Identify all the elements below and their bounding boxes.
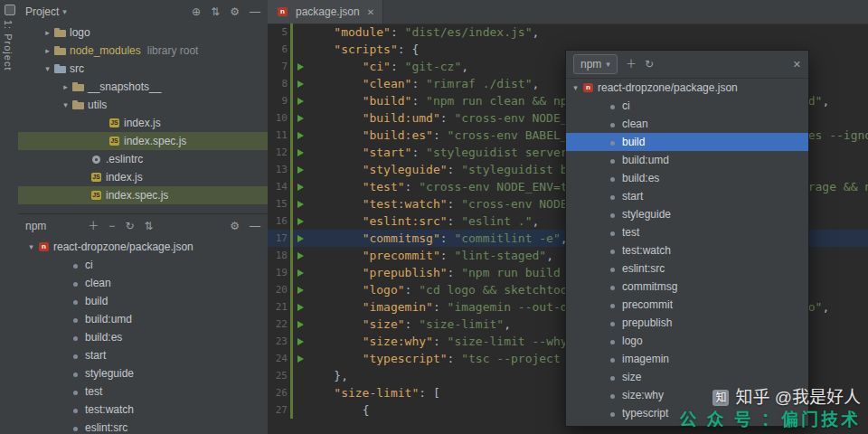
npm-script-eslint:src[interactable]: eslint:src <box>18 419 268 434</box>
npm-script-imagemin[interactable]: imagemin <box>566 350 808 368</box>
tree-collapse-icon[interactable]: ▾ <box>42 64 53 73</box>
project-item[interactable]: index.spec.js <box>18 132 268 150</box>
npm-script-start[interactable]: start <box>18 346 268 364</box>
npm-script-build:es[interactable]: build:es <box>18 328 268 346</box>
npm-script-start[interactable]: start <box>566 187 808 205</box>
item-label: __snapshots__ <box>88 80 161 93</box>
gear-icon[interactable]: ⚙ <box>230 6 240 17</box>
run-script-icon[interactable] <box>295 144 306 161</box>
gear-icon[interactable]: ⚙ <box>230 221 240 231</box>
sort-icon[interactable]: ⇅ <box>144 221 153 231</box>
plus-icon[interactable]: ＋ <box>88 221 99 231</box>
tree-collapse-icon[interactable]: ▾ <box>60 100 71 109</box>
hide-panel-icon[interactable]: — <box>250 6 260 17</box>
npm-script-size[interactable]: size <box>566 368 808 386</box>
close-popup-icon[interactable]: ✕ <box>793 59 801 71</box>
cfg-icon <box>90 152 104 166</box>
editor-line-5[interactable]: 5 "module": "dist/es/index.js", <box>268 24 868 41</box>
project-panel-title[interactable]: Project ▾ <box>25 5 67 18</box>
npm-script-clean[interactable]: clean <box>566 115 808 133</box>
vcs-change-marker <box>290 92 293 109</box>
run-script-icon[interactable] <box>295 333 306 350</box>
tree-collapse-icon[interactable]: ▾ <box>570 83 581 92</box>
npm-root-item[interactable]: ▾react-dropzone/package.json <box>18 238 268 256</box>
npm-script-clean[interactable]: clean <box>18 274 268 292</box>
npm-script-prepublish[interactable]: prepublish <box>566 314 808 332</box>
run-script-icon[interactable] <box>295 230 306 247</box>
line-number: 23 <box>268 335 290 347</box>
run-script-icon[interactable] <box>295 109 306 127</box>
project-stripe-label[interactable]: 1: Project <box>3 20 14 71</box>
project-item[interactable]: ▸logo <box>18 24 268 42</box>
run-script-icon[interactable] <box>295 195 306 212</box>
npm-script-build:umd[interactable]: build:umd <box>18 310 268 328</box>
project-item[interactable]: ▸__snapshots__ <box>18 78 268 96</box>
run-script-icon[interactable] <box>295 247 306 264</box>
run-script-icon[interactable] <box>295 316 306 333</box>
run-script-icon[interactable] <box>295 281 306 298</box>
refresh-icon[interactable]: ↻ <box>645 59 654 70</box>
hide-panel-icon[interactable]: — <box>250 221 260 231</box>
npm-script-build:umd[interactable]: build:umd <box>566 151 808 169</box>
npm-script-logo[interactable]: logo <box>566 332 808 350</box>
project-item[interactable]: ▸node_moduleslibrary root <box>18 42 268 60</box>
run-script-icon[interactable] <box>295 92 306 109</box>
line-number: 12 <box>268 146 290 158</box>
line-number: 9 <box>268 95 290 107</box>
vcs-change-marker <box>290 384 293 401</box>
npm-script-precommit[interactable]: precommit <box>566 296 808 314</box>
line-number: 11 <box>268 129 290 141</box>
tree-expand-icon[interactable]: ▸ <box>42 28 53 37</box>
run-config-select[interactable]: npm ▾ <box>573 54 618 74</box>
script-label: size <box>622 371 641 383</box>
item-suffix: library root <box>147 44 199 57</box>
run-script-icon[interactable] <box>295 264 306 281</box>
run-script-icon[interactable] <box>295 178 306 195</box>
npm-root-item[interactable]: ▾react-dropzone/package.json <box>566 79 808 97</box>
tree-expand-icon[interactable]: ▸ <box>42 46 53 55</box>
npm-script-styleguide[interactable]: styleguide <box>18 364 268 382</box>
npm-script-test:watch[interactable]: test:watch <box>18 401 268 419</box>
script-icon <box>606 189 620 203</box>
script-label: ci <box>622 99 630 112</box>
minus-icon[interactable]: − <box>108 221 115 231</box>
script-icon <box>69 366 83 381</box>
npm-script-styleguide[interactable]: styleguide <box>566 205 808 223</box>
npm-script-commitmsg[interactable]: commitmsg <box>566 278 808 296</box>
npm-script-eslint:src[interactable]: eslint:src <box>566 259 808 278</box>
plus-icon[interactable]: ＋ <box>626 59 637 70</box>
close-tab-icon[interactable]: ✕ <box>367 7 374 17</box>
tree-expand-icon[interactable]: ▸ <box>60 82 71 91</box>
run-script-icon[interactable] <box>295 350 306 367</box>
code-text: "module": "dist/es/index.js", <box>306 25 539 39</box>
tab-package-json[interactable]: package.json ✕ <box>268 0 383 24</box>
run-script-icon[interactable] <box>295 161 306 178</box>
npm-script-build:es[interactable]: build:es <box>566 169 808 187</box>
project-item[interactable]: ▾utils <box>18 96 268 114</box>
project-item[interactable]: index.js <box>18 114 268 132</box>
npm-script-ci[interactable]: ci <box>566 97 808 115</box>
project-item[interactable]: .eslintrc <box>18 150 268 168</box>
npm-script-ci[interactable]: ci <box>18 256 268 274</box>
run-script-icon[interactable] <box>295 58 306 75</box>
run-script-icon[interactable] <box>295 212 306 230</box>
run-script-icon[interactable] <box>295 75 306 92</box>
js-icon <box>108 116 122 130</box>
locate-file-icon[interactable]: ⊕ <box>192 6 201 17</box>
npm-script-build[interactable]: build <box>566 133 808 151</box>
npm-script-test[interactable]: test <box>566 223 808 241</box>
npm-tree: ▾react-dropzone/package.jsoncicleanbuild… <box>18 238 268 434</box>
tree-collapse-icon[interactable]: ▾ <box>25 242 37 251</box>
run-script-icon[interactable] <box>295 127 306 144</box>
npm-script-test:watch[interactable]: test:watch <box>566 241 808 259</box>
project-item[interactable]: index.js <box>18 168 268 186</box>
sort-icon[interactable]: ⇅ <box>211 6 220 17</box>
run-script-icon[interactable] <box>295 298 306 316</box>
project-tool-window-icon[interactable] <box>5 5 15 15</box>
project-item[interactable]: ▾src <box>18 60 268 78</box>
refresh-icon[interactable]: ↻ <box>125 221 134 231</box>
npm-script-test[interactable]: test <box>18 382 268 401</box>
line-number: 25 <box>268 370 290 382</box>
project-item[interactable]: index.spec.js <box>18 186 268 204</box>
npm-script-build[interactable]: build <box>18 292 268 310</box>
